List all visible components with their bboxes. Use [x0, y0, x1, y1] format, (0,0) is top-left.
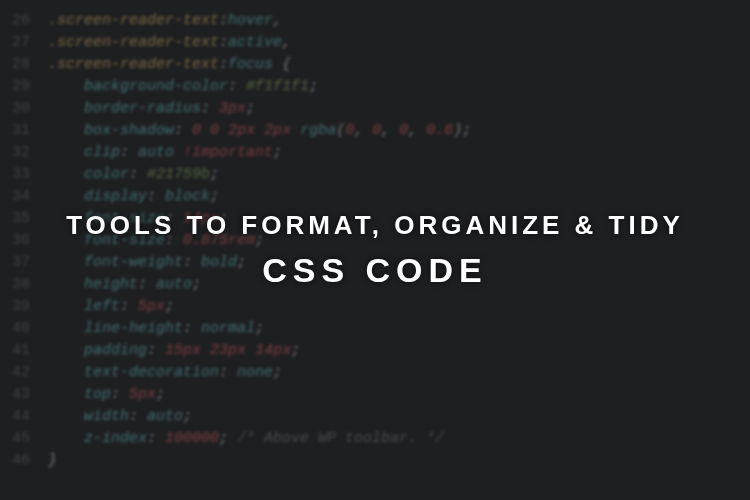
title-line-2: CSS CODE	[262, 251, 488, 290]
title-line-1: TOOLS TO FORMAT, ORGANIZE & TIDY	[66, 210, 684, 241]
title-overlay: TOOLS TO FORMAT, ORGANIZE & TIDY CSS COD…	[0, 0, 750, 500]
